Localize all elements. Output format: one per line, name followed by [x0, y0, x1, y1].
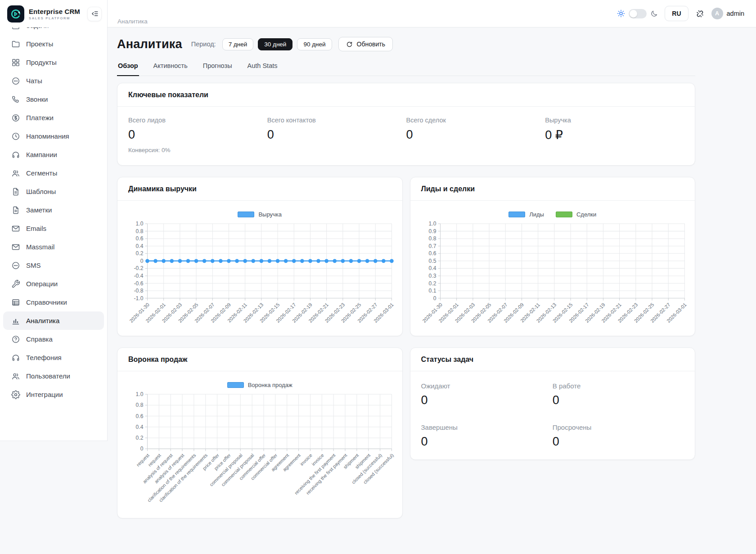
table-icon: [11, 298, 20, 307]
sidebar-item-label: Emails: [26, 225, 46, 232]
kpi-metric: Выручка0 ₽: [545, 117, 684, 154]
svg-text:-0.2: -0.2: [134, 265, 144, 271]
svg-text:-0.4: -0.4: [134, 273, 144, 279]
legend-label: Воронка продаж: [248, 382, 292, 388]
svg-text:0.2: 0.2: [428, 280, 436, 287]
brand: Enterprise CRM SALES PLATFORM: [29, 8, 80, 20]
sidebar-item-segments[interactable]: Сегменты: [3, 164, 104, 182]
tab-activity[interactable]: Активность: [153, 62, 189, 76]
chat-icon: [11, 261, 20, 270]
wrench-icon: [11, 279, 20, 288]
sidebar-item-calls[interactable]: Звонки: [3, 90, 104, 108]
sidebar-item-chats[interactable]: Чаты: [3, 72, 104, 90]
legend-swatch: [238, 212, 254, 217]
sidebar-item-massmail[interactable]: Massmail: [3, 238, 104, 256]
unlink-icon: [695, 9, 705, 18]
sidebar-item-label: Платежи: [26, 114, 54, 122]
check-square-icon: [11, 27, 20, 30]
task-status-value: 0: [553, 435, 684, 449]
grid-icon: [11, 58, 20, 67]
period-button-7d[interactable]: 7 дней: [222, 38, 254, 50]
sidebar-item-label: Шаблоны: [26, 188, 56, 195]
tab-forecasts[interactable]: Прогнозы: [202, 62, 233, 76]
svg-text:0: 0: [433, 295, 436, 302]
users-icon: [11, 372, 20, 381]
sidebar-item-analytics[interactable]: Аналитика: [3, 311, 104, 330]
legend-item[interactable]: Сделки: [556, 211, 596, 218]
sidebar-item-label: Интеграции: [26, 391, 63, 398]
sidebar-item-label: SMS: [26, 261, 41, 269]
svg-text:0: 0: [140, 446, 144, 452]
task-status-value: 0: [421, 435, 553, 449]
period-button-90d[interactable]: 90 дней: [297, 38, 332, 50]
unlink-button[interactable]: [695, 9, 705, 18]
svg-text:1.0: 1.0: [136, 221, 144, 227]
breadcrumb: Аналитика: [117, 18, 148, 25]
user-menu[interactable]: A admin: [711, 8, 745, 19]
tab-auth-stats[interactable]: Auth Stats: [247, 62, 279, 76]
sun-icon: [617, 9, 625, 18]
legend-swatch: [556, 212, 572, 217]
sidebar-item-payments[interactable]: Платежи: [3, 108, 104, 127]
svg-text:1.0: 1.0: [428, 221, 436, 227]
file-text-icon: [11, 187, 20, 196]
svg-text:0.3: 0.3: [428, 273, 436, 279]
sidebar-item-notes[interactable]: Заметки: [3, 201, 104, 219]
task-status-metric: Завершены0: [421, 423, 553, 449]
chat-icon: [11, 77, 20, 86]
svg-text:0.2: 0.2: [136, 435, 144, 441]
sidebar-item-tasks[interactable]: Задачи: [3, 27, 104, 35]
svg-text:0.8: 0.8: [136, 402, 144, 409]
avatar: A: [711, 8, 723, 19]
legend-item[interactable]: Воронка продаж: [227, 382, 292, 388]
sidebar-item-integrations[interactable]: Интеграции: [3, 385, 104, 404]
mail-icon: [11, 243, 20, 252]
sidebar-item-emails[interactable]: Emails: [3, 219, 104, 238]
tab-overview[interactable]: Обзор: [117, 62, 139, 76]
topbar: Аналитика RU A admin: [108, 0, 756, 27]
sidebar-item-sms[interactable]: SMS: [3, 256, 104, 275]
task-status-metric: В работе0: [553, 382, 684, 407]
sidebar-item-label: Аналитика: [26, 317, 59, 324]
sales-funnel-chart-title: Воронка продаж: [117, 348, 402, 371]
leads-deals-chart-legend: ЛидыСделки: [418, 211, 688, 218]
sidebar-item-campaigns[interactable]: Кампании: [3, 145, 104, 164]
task-status-label: Просрочены: [553, 423, 684, 431]
svg-text:0.6: 0.6: [428, 250, 436, 257]
topbar-actions: RU A admin: [617, 0, 744, 27]
sidebar-item-templates[interactable]: Шаблоны: [3, 182, 104, 201]
theme-toggle[interactable]: [629, 9, 647, 18]
svg-text:0.8: 0.8: [428, 235, 436, 242]
sidebar-item-directories[interactable]: Справочники: [3, 293, 104, 311]
sidebar-item-help[interactable]: Справка: [3, 330, 104, 348]
page-header: Аналитика Период: 7 дней30 дней90 дней О…: [117, 37, 695, 51]
revenue-chart: -1.0-0.8-0.6-0.4-0.200.20.40.60.81.02026…: [125, 220, 395, 330]
legend-item[interactable]: Выручка: [238, 211, 282, 218]
legend-swatch: [227, 382, 244, 388]
svg-text:0.4: 0.4: [136, 424, 144, 430]
svg-text:0.8: 0.8: [136, 228, 144, 234]
sidebar-item-telephony[interactable]: Телефония: [3, 348, 104, 367]
refresh-button[interactable]: Обновить: [338, 37, 393, 51]
moon-icon: [650, 10, 658, 18]
sidebar-item-reminders[interactable]: Напоминания: [3, 127, 104, 145]
main-content: Аналитика Период: 7 дней30 дней90 дней О…: [108, 27, 756, 554]
legend-item[interactable]: Лиды: [508, 211, 544, 218]
user-name: admin: [727, 10, 745, 17]
sidebar-item-label: Задачи: [26, 27, 49, 29]
sidebar-item-users[interactable]: Пользователи: [3, 367, 104, 385]
period-button-30d[interactable]: 30 дней: [258, 38, 292, 50]
sales-funnel-chart: 00.20.40.60.81.0requestrequestanalysis o…: [125, 391, 395, 512]
theme-switcher: [617, 9, 658, 18]
svg-text:1.0: 1.0: [136, 391, 144, 397]
sidebar-item-projects[interactable]: Проекты: [3, 35, 104, 53]
kpi-metric: Всего лидов0Конверсия: 0%: [128, 117, 267, 154]
brand-subtitle: SALES PLATFORM: [29, 16, 80, 20]
period-label: Период:: [191, 41, 216, 48]
sidebar-item-operations[interactable]: Операции: [3, 275, 104, 293]
sidebar-collapse-button[interactable]: [87, 7, 102, 21]
language-button[interactable]: RU: [665, 6, 688, 21]
sidebar-item-products[interactable]: Продукты: [3, 53, 104, 72]
tab-bar: ОбзорАктивностьПрогнозыAuth Stats: [117, 62, 695, 76]
svg-text:0.6: 0.6: [136, 413, 144, 419]
